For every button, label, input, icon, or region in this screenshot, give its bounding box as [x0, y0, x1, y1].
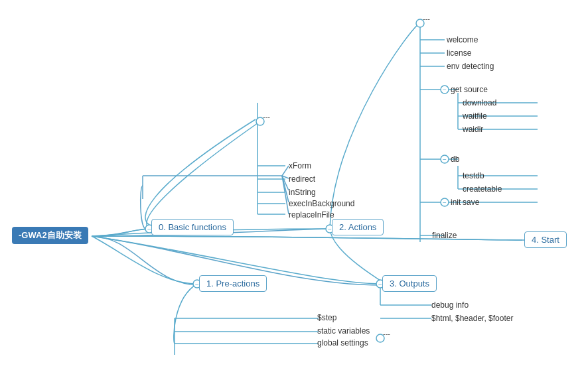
label-testdb: testdb [463, 171, 484, 180]
label-init: init [451, 198, 461, 207]
label-step: $step [317, 313, 336, 322]
label-redirect: redirect [289, 174, 315, 184]
outputs-label: 3. Outputs [390, 279, 429, 288]
svg-text:---: --- [423, 15, 430, 23]
label-get-source: get source [451, 85, 488, 94]
label-xform: xForm [289, 161, 311, 170]
label-replaceinfile: replaceInFile [289, 210, 334, 220]
label-instring: inString [289, 188, 316, 197]
start-label: 4. Start [532, 235, 559, 245]
label-welcome: welcome [447, 35, 478, 44]
label-download: download [463, 98, 496, 107]
basic-functions-node[interactable]: 0. Basic functions [151, 219, 234, 235]
label-debug-info: debug info [431, 300, 469, 310]
root-node[interactable]: -GWA2自助安装 [12, 227, 88, 244]
root-label: -GWA2自助安装 [19, 230, 82, 240]
basic-functions-label: 0. Basic functions [159, 222, 226, 232]
preactions-label: 1. Pre-actions [206, 279, 259, 288]
label-db: db [451, 155, 459, 164]
label-html-header: $html, $header, $footer [431, 314, 513, 323]
svg-text:−: − [443, 199, 447, 206]
label-waitfile: waitfile [463, 111, 487, 121]
svg-text:−: − [443, 86, 447, 94]
label-license: license [447, 48, 471, 58]
svg-text:−: − [443, 156, 447, 163]
label-env-detecting: env detecting [447, 62, 494, 71]
label-global-settings: global settings [317, 338, 368, 348]
actions-label: 2. Actions [339, 222, 376, 232]
outputs-node[interactable]: 3. Outputs [382, 275, 437, 292]
label-execinbackground: execInBackground [289, 199, 354, 208]
svg-text:---: --- [263, 113, 270, 121]
label-waidir: waidir [463, 125, 483, 134]
label-createtable: createtable [463, 184, 502, 194]
label-static-variables: static variables [317, 326, 370, 336]
actions-node[interactable]: 2. Actions [332, 219, 384, 235]
start-node[interactable]: 4. Start [524, 231, 567, 248]
label-finalize: finalize [432, 231, 457, 240]
label-save: save [463, 198, 479, 207]
svg-text:---: --- [383, 330, 390, 338]
preactions-node[interactable]: 1. Pre-actions [199, 275, 267, 292]
